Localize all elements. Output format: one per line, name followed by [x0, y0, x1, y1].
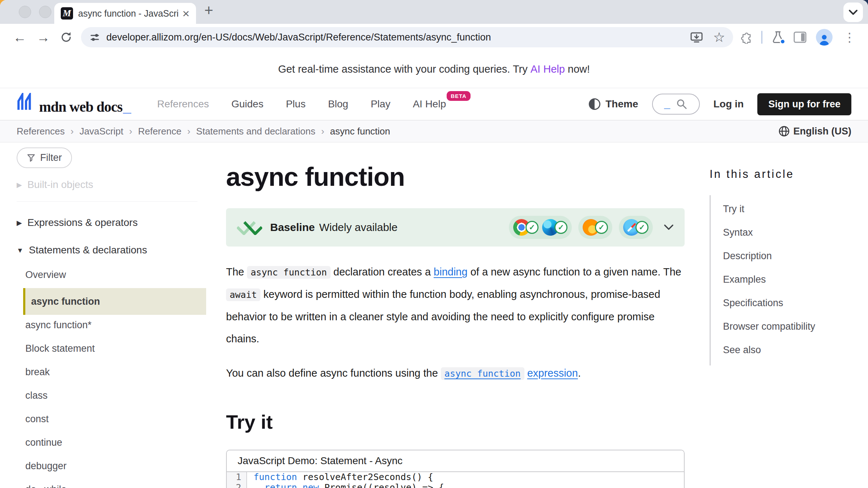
line-number: 2	[227, 483, 247, 488]
breadcrumb-separator: ›	[187, 126, 191, 137]
language-switcher[interactable]: English (US)	[778, 125, 852, 137]
tab-close-icon[interactable]	[182, 7, 190, 20]
bookmark-star-icon[interactable]	[713, 31, 725, 44]
mdn-favicon: M	[61, 7, 73, 20]
mdn-logo-icon	[17, 93, 35, 112]
toc-item-syntax[interactable]: Syntax	[723, 221, 865, 244]
signup-button[interactable]: Sign up for free	[757, 93, 851, 115]
nav-references[interactable]: References	[157, 98, 209, 110]
nav-play[interactable]: Play	[371, 98, 390, 110]
nav-plus[interactable]: Plus	[286, 98, 305, 110]
site-header: mdn web docs _ References Guides Plus Bl…	[0, 88, 868, 120]
browser-support-icons	[509, 216, 653, 239]
supported-check-icon	[554, 221, 567, 234]
beta-badge: BETA	[447, 91, 471, 101]
sidebar-item-debugger[interactable]: debugger	[23, 454, 217, 478]
triangle-right-icon	[17, 181, 22, 188]
url-bar[interactable]: developer.allizom.org/en-US/docs/Web/Jav…	[81, 27, 733, 47]
sidebar-item-const[interactable]: const	[23, 407, 217, 431]
chevron-down-icon[interactable]	[664, 224, 674, 231]
minimize-window-button[interactable]	[39, 6, 51, 18]
reload-button[interactable]	[55, 31, 77, 43]
toc-item-description[interactable]: Description	[723, 244, 865, 268]
login-button[interactable]: Log in	[714, 98, 744, 110]
nav-ai-help[interactable]: AI HelpBETA	[413, 98, 446, 110]
browser-tab[interactable]: M async function - JavaScript|	[54, 3, 196, 24]
breadcrumb-item[interactable]: Statements and declarations	[196, 126, 315, 137]
filter-label: Filter	[40, 152, 62, 163]
side-panel-icon[interactable]	[793, 31, 807, 43]
text-cursor-icon	[664, 101, 670, 107]
toc-item-browser-compatibility[interactable]: Browser compatibility	[723, 315, 865, 338]
browser-window: M async function - JavaScript| developer…	[0, 0, 868, 488]
sidebar-item-async-function[interactable]: async function	[23, 288, 206, 315]
toc-heading: In this article	[710, 168, 865, 181]
demo-title: JavaScript Demo: Statement - Async	[227, 450, 684, 472]
site-info-icon[interactable]	[89, 31, 101, 43]
install-icon[interactable]	[690, 31, 703, 43]
sidebar-section-built-in-objects[interactable]: Built-in objects	[17, 179, 217, 191]
demo-code[interactable]: 1function resolveAfter2Seconds() {2 retu…	[227, 472, 684, 488]
toc-item-examples[interactable]: Examples	[723, 268, 865, 291]
supported-check-icon	[595, 221, 608, 234]
tab-list-button[interactable]	[843, 3, 863, 22]
sidebar-item-class[interactable]: class	[23, 384, 217, 407]
funnel-icon	[27, 154, 35, 162]
url-text[interactable]: developer.allizom.org/en-US/docs/Web/Jav…	[106, 32, 686, 43]
sidebar-item-overview[interactable]: Overview	[23, 263, 217, 287]
mdn-logo[interactable]: mdn web docs _	[17, 93, 131, 115]
extensions-puzzle-icon[interactable]	[739, 31, 752, 44]
logo-text: mdn web docs	[39, 98, 122, 115]
code-line: return new Promise((resolve) => {	[247, 483, 444, 488]
breadcrumb-current: async function	[330, 126, 390, 137]
ai-help-link[interactable]: AI Help	[531, 63, 565, 75]
inline-text: keyword is permitted within the function…	[226, 288, 660, 344]
baseline-banner[interactable]: Baseline Widely available	[226, 208, 685, 247]
sidebar-item-list: Overview async function async function* …	[23, 263, 217, 488]
toc-item-specifications[interactable]: Specifications	[723, 291, 865, 315]
desktop: M async function - JavaScript| developer…	[0, 0, 868, 488]
chevron-down-icon	[848, 9, 858, 15]
logo-underscore: _	[123, 99, 131, 115]
sidebar-section-expressions[interactable]: Expressions & operators	[17, 217, 217, 228]
inline-text	[524, 367, 527, 379]
page-title: async function	[226, 162, 685, 192]
breadcrumb-item[interactable]: References	[17, 126, 65, 137]
theme-toggle[interactable]: Theme	[588, 98, 638, 111]
back-button[interactable]	[8, 31, 31, 44]
doc-sidebar: Filter Built-in objects Expressions & op…	[0, 142, 217, 488]
profile-avatar[interactable]	[816, 29, 833, 46]
breadcrumb-item[interactable]: Reference	[138, 126, 182, 137]
nav-guides[interactable]: Guides	[231, 98, 264, 110]
breadcrumb-item[interactable]: JavaScript	[80, 126, 123, 137]
breadcrumb-separator: ›	[321, 126, 324, 137]
chromium-pill	[509, 216, 572, 239]
filter-button[interactable]: Filter	[17, 147, 72, 168]
inline-link[interactable]: expression	[527, 367, 578, 379]
forward-button[interactable]	[31, 31, 55, 44]
sidebar-section-statements[interactable]: Statements & declarations	[17, 244, 217, 256]
inline-text: .	[578, 367, 581, 379]
menu-kebab-icon[interactable]	[842, 31, 857, 43]
language-label: English (US)	[793, 126, 852, 137]
inline-text: You can also define async functions usin…	[226, 367, 441, 379]
sidebar-item-async-function-star[interactable]: async function*	[23, 313, 217, 337]
theme-half-circle-icon	[588, 98, 601, 111]
toc-item-try-it[interactable]: Try it	[723, 197, 865, 221]
sidebar-item-break[interactable]: break	[23, 360, 217, 384]
inline-link[interactable]: async function	[441, 367, 524, 380]
labs-button[interactable]	[772, 31, 784, 44]
promo-banner: Get real-time assistance with your codin…	[0, 51, 868, 88]
inline-text: await	[226, 288, 260, 301]
nav-blog[interactable]: Blog	[328, 98, 348, 110]
close-window-button[interactable]	[19, 6, 31, 18]
search-input[interactable]	[652, 94, 700, 115]
sidebar-item-block-statement[interactable]: Block statement	[23, 337, 217, 360]
sidebar-item-do-while[interactable]: do...while	[23, 478, 217, 488]
toc-item-see-also[interactable]: See also	[723, 338, 865, 362]
sidebar-item-continue[interactable]: continue	[23, 431, 217, 454]
breadcrumb-separator: ›	[129, 126, 132, 137]
inline-link[interactable]: binding	[434, 266, 468, 278]
new-tab-button[interactable]	[204, 3, 213, 18]
browser-toolbar: developer.allizom.org/en-US/docs/Web/Jav…	[0, 24, 868, 51]
